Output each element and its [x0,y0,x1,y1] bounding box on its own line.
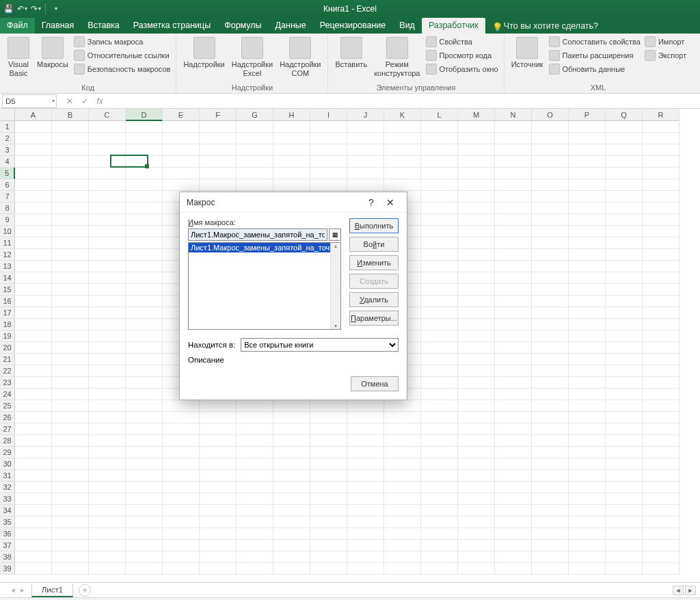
row-header[interactable]: 7 [0,191,15,203]
cell[interactable] [569,551,606,563]
cell[interactable] [643,342,679,354]
cell[interactable] [606,214,643,226]
cell[interactable] [15,237,52,249]
cell[interactable] [532,505,569,517]
cell[interactable] [89,214,126,226]
cell[interactable] [52,179,89,191]
cell[interactable] [347,144,384,156]
cell[interactable] [569,423,606,435]
cell[interactable] [52,540,89,551]
cell[interactable] [273,517,310,528]
cell[interactable] [495,121,532,133]
cell[interactable] [458,423,495,435]
cell[interactable] [15,470,52,482]
cell[interactable] [495,377,532,389]
cell[interactable] [569,412,606,423]
cell[interactable] [606,156,643,168]
cell[interactable] [421,156,458,168]
cell[interactable] [89,412,126,423]
cell[interactable] [495,156,532,168]
cell[interactable] [532,168,569,179]
cell[interactable] [532,342,569,354]
select-all-corner[interactable] [0,109,15,121]
cell[interactable] [643,505,679,517]
cell[interactable] [458,203,495,214]
cell[interactable] [458,342,495,354]
cell[interactable] [52,168,89,179]
cell[interactable] [495,458,532,470]
cell[interactable] [569,377,606,389]
hscroll-right-button[interactable]: ► [685,586,696,595]
cell[interactable] [237,121,273,133]
cell[interactable] [310,400,347,412]
cell[interactable] [495,307,532,319]
cell[interactable] [421,482,458,493]
cell[interactable] [126,226,163,237]
cell[interactable] [532,214,569,226]
cell[interactable] [347,121,384,133]
cell[interactable] [421,272,458,284]
cell[interactable] [15,458,52,470]
cell[interactable] [569,400,606,412]
cell[interactable] [495,168,532,179]
cell[interactable] [532,377,569,389]
cell[interactable] [126,296,163,307]
cell[interactable] [606,133,643,144]
cell[interactable] [273,528,310,540]
cell[interactable] [163,400,200,412]
cell[interactable] [237,540,273,551]
cell[interactable] [310,156,347,168]
cell[interactable] [89,226,126,237]
row-header[interactable]: 30 [0,458,15,470]
cell[interactable] [421,307,458,319]
cell[interactable] [15,133,52,144]
cell[interactable] [52,133,89,144]
cell[interactable] [421,214,458,226]
cell[interactable] [643,319,679,330]
cell[interactable] [606,517,643,528]
cell[interactable] [495,423,532,435]
cell[interactable] [52,261,89,272]
cell[interactable] [495,493,532,505]
excel-addins-button[interactable]: Надстройки Excel [229,35,275,77]
cell[interactable] [15,423,52,435]
cell[interactable] [15,168,52,179]
cell[interactable] [310,458,347,470]
cell[interactable] [52,365,89,377]
cell[interactable] [495,482,532,493]
cell[interactable] [569,563,606,575]
cell[interactable] [643,284,679,296]
cell[interactable] [458,493,495,505]
cell[interactable] [421,168,458,179]
cell[interactable] [421,551,458,563]
cell[interactable] [273,470,310,482]
cell[interactable] [273,168,310,179]
cell[interactable] [606,319,643,330]
cell[interactable] [237,400,273,412]
cell[interactable] [569,458,606,470]
cell[interactable] [606,423,643,435]
cell[interactable] [532,307,569,319]
sheet-nav[interactable]: ◄► [4,586,31,594]
cell[interactable] [89,458,126,470]
cell[interactable] [421,458,458,470]
map-properties-button[interactable]: Сопоставить свойства [548,35,642,49]
cell[interactable] [384,133,421,144]
cell[interactable] [200,412,237,423]
cell[interactable] [532,389,569,400]
cell[interactable] [532,330,569,342]
cell[interactable] [458,412,495,423]
cell[interactable] [89,447,126,458]
cell[interactable] [495,517,532,528]
cell[interactable] [495,435,532,447]
cell[interactable] [126,342,163,354]
cell[interactable] [532,563,569,575]
cell[interactable] [643,249,679,261]
cell[interactable] [384,540,421,551]
tab-file[interactable]: Файл [0,18,35,34]
cell[interactable] [52,156,89,168]
cell[interactable] [89,284,126,296]
cell[interactable] [495,214,532,226]
cell[interactable] [421,203,458,214]
cell[interactable] [495,400,532,412]
